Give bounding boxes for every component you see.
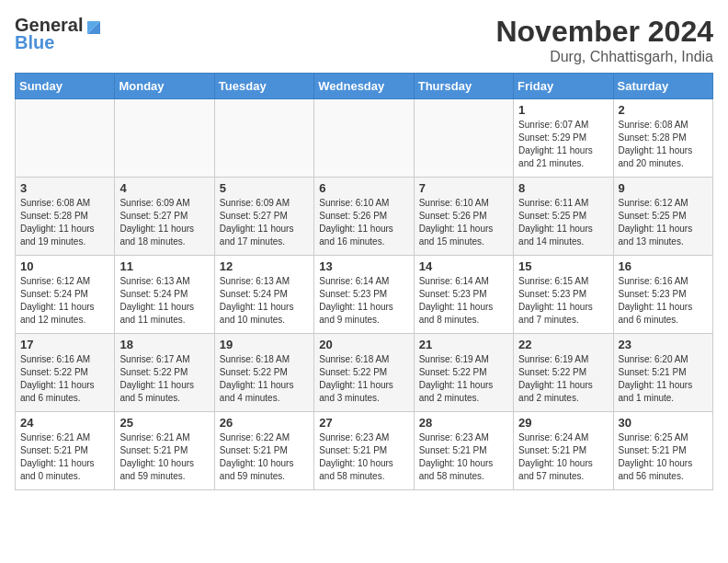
day-number: 30	[619, 416, 708, 430]
calendar-day-cell: 19Sunrise: 6:18 AM Sunset: 5:22 PM Dayli…	[214, 334, 313, 412]
day-info: Sunrise: 6:17 AM Sunset: 5:22 PM Dayligh…	[119, 353, 209, 405]
calendar-day-cell: 3Sunrise: 6:08 AM Sunset: 5:28 PM Daylig…	[16, 178, 115, 256]
location-title: Durg, Chhattisgarh, India	[495, 49, 713, 65]
calendar-day-cell: 14Sunrise: 6:14 AM Sunset: 5:23 PM Dayli…	[414, 256, 513, 334]
calendar-week-row: 24Sunrise: 6:21 AM Sunset: 5:21 PM Dayli…	[16, 412, 713, 490]
calendar-day-cell: 1Sunrise: 6:07 AM Sunset: 5:29 PM Daylig…	[514, 99, 613, 178]
calendar-title-area: November 2024 Durg, Chhattisgarh, India	[495, 15, 713, 65]
day-info: Sunrise: 6:14 AM Sunset: 5:23 PM Dayligh…	[419, 275, 508, 327]
logo-blue-text: Blue	[15, 32, 54, 53]
calendar-day-cell: 25Sunrise: 6:21 AM Sunset: 5:21 PM Dayli…	[115, 412, 214, 490]
logo-triangle-icon	[84, 17, 100, 34]
calendar-week-row: 17Sunrise: 6:16 AM Sunset: 5:22 PM Dayli…	[16, 334, 713, 412]
day-info: Sunrise: 6:12 AM Sunset: 5:24 PM Dayligh…	[20, 275, 109, 327]
day-number: 13	[319, 259, 408, 273]
day-info: Sunrise: 6:21 AM Sunset: 5:21 PM Dayligh…	[20, 431, 109, 483]
day-info: Sunrise: 6:19 AM Sunset: 5:22 PM Dayligh…	[518, 353, 608, 405]
day-number: 15	[518, 259, 608, 273]
day-number: 24	[20, 416, 109, 430]
day-number: 14	[419, 259, 508, 273]
day-info: Sunrise: 6:18 AM Sunset: 5:22 PM Dayligh…	[220, 353, 309, 405]
calendar-day-cell: 7Sunrise: 6:10 AM Sunset: 5:26 PM Daylig…	[414, 178, 513, 256]
day-number: 8	[518, 181, 608, 195]
day-info: Sunrise: 6:10 AM Sunset: 5:26 PM Dayligh…	[419, 197, 508, 248]
day-number: 3	[20, 181, 109, 195]
calendar-day-cell: 17Sunrise: 6:16 AM Sunset: 5:22 PM Dayli…	[16, 334, 115, 412]
calendar-day-cell	[214, 99, 313, 178]
calendar-day-cell: 15Sunrise: 6:15 AM Sunset: 5:23 PM Dayli…	[514, 256, 613, 334]
day-number: 21	[419, 338, 508, 351]
calendar-day-cell: 27Sunrise: 6:23 AM Sunset: 5:21 PM Dayli…	[314, 412, 414, 490]
day-number: 28	[419, 416, 508, 430]
calendar-day-cell: 12Sunrise: 6:13 AM Sunset: 5:24 PM Dayli…	[214, 256, 313, 334]
day-of-week-header: Monday	[115, 74, 214, 99]
calendar-day-cell: 29Sunrise: 6:24 AM Sunset: 5:21 PM Dayli…	[514, 412, 613, 490]
day-number: 5	[220, 181, 309, 195]
day-number: 27	[319, 416, 408, 430]
day-number: 1	[518, 103, 608, 117]
day-number: 11	[119, 259, 209, 273]
day-info: Sunrise: 6:07 AM Sunset: 5:29 PM Dayligh…	[518, 119, 608, 170]
calendar-day-cell: 30Sunrise: 6:25 AM Sunset: 5:21 PM Dayli…	[613, 412, 712, 490]
calendar-day-cell: 11Sunrise: 6:13 AM Sunset: 5:24 PM Dayli…	[115, 256, 214, 334]
day-number: 22	[518, 338, 608, 351]
calendar-day-cell: 18Sunrise: 6:17 AM Sunset: 5:22 PM Dayli…	[115, 334, 214, 412]
day-number: 29	[518, 416, 608, 430]
day-number: 16	[619, 259, 708, 273]
calendar-day-cell: 23Sunrise: 6:20 AM Sunset: 5:21 PM Dayli…	[613, 334, 712, 412]
day-of-week-header: Saturday	[613, 74, 712, 99]
day-number: 10	[20, 259, 109, 273]
day-info: Sunrise: 6:09 AM Sunset: 5:27 PM Dayligh…	[119, 197, 209, 248]
calendar-day-cell	[115, 99, 214, 178]
day-number: 23	[619, 338, 708, 351]
day-info: Sunrise: 6:16 AM Sunset: 5:22 PM Dayligh…	[20, 353, 109, 405]
calendar-day-cell: 10Sunrise: 6:12 AM Sunset: 5:24 PM Dayli…	[16, 256, 115, 334]
day-number: 4	[119, 181, 209, 195]
day-number: 17	[20, 338, 109, 351]
day-info: Sunrise: 6:14 AM Sunset: 5:23 PM Dayligh…	[319, 275, 408, 327]
day-info: Sunrise: 6:13 AM Sunset: 5:24 PM Dayligh…	[119, 275, 209, 327]
month-title: November 2024	[495, 15, 713, 49]
day-info: Sunrise: 6:13 AM Sunset: 5:24 PM Dayligh…	[220, 275, 309, 327]
day-info: Sunrise: 6:22 AM Sunset: 5:21 PM Dayligh…	[220, 431, 309, 483]
calendar-header-row: SundayMondayTuesdayWednesdayThursdayFrid…	[16, 74, 713, 99]
day-info: Sunrise: 6:11 AM Sunset: 5:25 PM Dayligh…	[518, 197, 608, 248]
day-info: Sunrise: 6:08 AM Sunset: 5:28 PM Dayligh…	[20, 197, 109, 248]
day-number: 20	[319, 338, 408, 351]
day-number: 6	[319, 181, 408, 195]
day-number: 7	[419, 181, 508, 195]
day-of-week-header: Tuesday	[214, 74, 313, 99]
calendar-day-cell: 20Sunrise: 6:18 AM Sunset: 5:22 PM Dayli…	[314, 334, 414, 412]
day-number: 25	[119, 416, 209, 430]
day-info: Sunrise: 6:23 AM Sunset: 5:21 PM Dayligh…	[319, 431, 408, 483]
calendar-week-row: 1Sunrise: 6:07 AM Sunset: 5:29 PM Daylig…	[16, 99, 713, 178]
calendar-day-cell	[314, 99, 414, 178]
day-number: 2	[619, 103, 708, 117]
calendar-day-cell	[414, 99, 513, 178]
day-number: 9	[619, 181, 708, 195]
calendar-day-cell: 2Sunrise: 6:08 AM Sunset: 5:28 PM Daylig…	[613, 99, 712, 178]
calendar-day-cell: 16Sunrise: 6:16 AM Sunset: 5:23 PM Dayli…	[613, 256, 712, 334]
day-info: Sunrise: 6:12 AM Sunset: 5:25 PM Dayligh…	[619, 197, 708, 248]
calendar-table: SundayMondayTuesdayWednesdayThursdayFrid…	[15, 73, 713, 490]
day-info: Sunrise: 6:24 AM Sunset: 5:21 PM Dayligh…	[518, 431, 608, 483]
calendar-day-cell: 21Sunrise: 6:19 AM Sunset: 5:22 PM Dayli…	[414, 334, 513, 412]
calendar-week-row: 10Sunrise: 6:12 AM Sunset: 5:24 PM Dayli…	[16, 256, 713, 334]
day-number: 19	[220, 338, 309, 351]
calendar-day-cell: 9Sunrise: 6:12 AM Sunset: 5:25 PM Daylig…	[613, 178, 712, 256]
day-info: Sunrise: 6:15 AM Sunset: 5:23 PM Dayligh…	[518, 275, 608, 327]
day-number: 12	[220, 259, 309, 273]
calendar-day-cell: 28Sunrise: 6:23 AM Sunset: 5:21 PM Dayli…	[414, 412, 513, 490]
day-info: Sunrise: 6:20 AM Sunset: 5:21 PM Dayligh…	[619, 353, 708, 405]
day-info: Sunrise: 6:25 AM Sunset: 5:21 PM Dayligh…	[619, 431, 708, 483]
day-info: Sunrise: 6:21 AM Sunset: 5:21 PM Dayligh…	[119, 431, 209, 483]
calendar-day-cell: 4Sunrise: 6:09 AM Sunset: 5:27 PM Daylig…	[115, 178, 214, 256]
day-info: Sunrise: 6:09 AM Sunset: 5:27 PM Dayligh…	[220, 197, 309, 248]
calendar-week-row: 3Sunrise: 6:08 AM Sunset: 5:28 PM Daylig…	[16, 178, 713, 256]
calendar-day-cell: 13Sunrise: 6:14 AM Sunset: 5:23 PM Dayli…	[314, 256, 414, 334]
page-header: General Blue November 2024 Durg, Chhatti…	[15, 15, 713, 65]
calendar-day-cell: 8Sunrise: 6:11 AM Sunset: 5:25 PM Daylig…	[514, 178, 613, 256]
day-of-week-header: Thursday	[414, 74, 513, 99]
calendar-day-cell: 22Sunrise: 6:19 AM Sunset: 5:22 PM Dayli…	[514, 334, 613, 412]
day-number: 26	[220, 416, 309, 430]
